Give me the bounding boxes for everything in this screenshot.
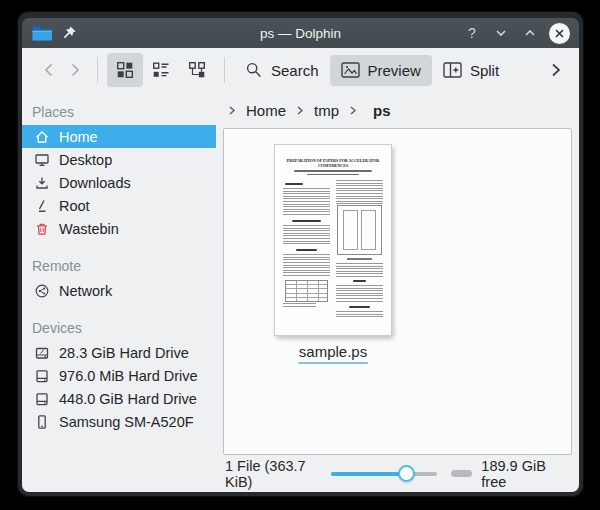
search-button[interactable]: Search — [234, 54, 330, 86]
slider-handle[interactable] — [398, 465, 415, 482]
section-header-remote[interactable]: Remote — [22, 252, 223, 279]
main-area: Places Home Desktop — [22, 92, 579, 492]
breadcrumb-item-home[interactable]: Home — [239, 100, 293, 121]
sidebar-item-downloads[interactable]: Downloads — [22, 171, 216, 194]
app-folder-icon[interactable] — [31, 24, 53, 42]
section-header-places[interactable]: Places — [22, 98, 223, 125]
smartphone-icon — [33, 413, 50, 430]
toolbar-separator — [224, 57, 225, 83]
sidebar-item-wastebin[interactable]: Wastebin — [22, 217, 216, 240]
preview-button[interactable]: Preview — [330, 55, 432, 86]
arrow-right-icon — [66, 61, 84, 79]
dolphin-window: ps — Dolphin ? — [17, 11, 584, 497]
close-icon — [554, 28, 565, 39]
window-inner: ps — Dolphin ? — [22, 18, 579, 492]
section-header-devices[interactable]: Devices — [22, 314, 223, 341]
search-icon — [245, 61, 263, 79]
breadcrumb-item-current[interactable]: ps — [366, 100, 398, 121]
statusbar: 1 File (363.7 KiB) 189.9 GiB free — [223, 455, 572, 492]
back-button[interactable] — [36, 55, 62, 85]
hard-drive-icon — [33, 367, 50, 384]
wastebin-icon — [33, 220, 50, 237]
downloads-icon — [33, 174, 50, 191]
sidebar-item-home[interactable]: Home — [22, 125, 216, 148]
chevron-right-icon — [348, 105, 358, 116]
sidebar-item-label: Downloads — [59, 175, 131, 191]
titlebar-controls: ? — [462, 23, 570, 44]
network-icon — [33, 282, 50, 299]
help-icon: ? — [468, 25, 476, 41]
maximize-button[interactable] — [520, 23, 540, 43]
pin-icon[interactable] — [61, 25, 77, 41]
file-item-sample-ps[interactable]: PREPARATION OF PAPERS FOR ACCELERATOR CO… — [258, 144, 408, 364]
titlebar[interactable]: ps — Dolphin ? — [22, 18, 579, 48]
sidebar-item-label: Wastebin — [59, 221, 119, 237]
disk-capacity-bar — [451, 470, 472, 477]
chevron-right-icon — [548, 61, 564, 79]
close-button[interactable] — [549, 23, 570, 44]
toolbar-separator — [97, 57, 98, 83]
sidebar-item-label: 28.3 GiB Hard Drive — [59, 345, 189, 361]
toolbar-overflow-button[interactable] — [543, 55, 569, 85]
zoom-slider[interactable] — [331, 465, 437, 483]
sidebar-item-label: Desktop — [59, 152, 112, 168]
toolbar: Search Preview — [22, 48, 579, 92]
thumbnail-author-line — [307, 174, 359, 175]
chevron-down-icon — [494, 26, 508, 40]
file-thumbnail: PREPARATION OF PAPERS FOR ACCELERATOR CO… — [274, 144, 392, 336]
desktop-icon — [33, 151, 50, 168]
preview-label: Preview — [368, 62, 421, 79]
thumbnail-figure — [337, 205, 382, 255]
details-view-icon — [152, 61, 170, 79]
details-view-button[interactable] — [143, 53, 179, 87]
forward-button[interactable] — [62, 55, 88, 85]
minimize-button[interactable] — [491, 23, 511, 43]
sidebar-item-label: Network — [59, 283, 112, 299]
sidebar-item-drive-976mib[interactable]: 976.0 MiB Hard Drive — [22, 364, 216, 387]
hard-drive-icon — [33, 344, 50, 361]
sidebar-item-root[interactable]: Root — [22, 194, 216, 217]
search-label: Search — [271, 62, 319, 79]
sidebar-item-label: 448.0 GiB Hard Drive — [59, 391, 197, 407]
section-gap — [22, 302, 223, 314]
thumbnail-author-line — [294, 170, 372, 171]
home-icon — [33, 128, 50, 145]
tree-view-button[interactable] — [179, 53, 215, 87]
tree-view-icon — [188, 61, 206, 79]
slider-fill — [331, 472, 401, 476]
thumbnail-table — [285, 280, 328, 302]
chevron-up-icon — [523, 26, 537, 40]
breadcrumb-item-tmp[interactable]: tmp — [307, 100, 346, 121]
section-gap — [22, 240, 223, 252]
file-name-label: sample.ps — [299, 343, 367, 360]
icons-view-icon — [116, 61, 134, 79]
sidebar-item-network[interactable]: Network — [22, 279, 216, 302]
status-summary: 1 File (363.7 KiB) — [225, 458, 331, 490]
sidebar-item-smartphone[interactable]: Samsung SM-A520F — [22, 410, 216, 433]
sidebar-item-desktop[interactable]: Desktop — [22, 148, 216, 171]
thumbnail-columns — [283, 180, 383, 328]
sidebar-item-drive-448gib[interactable]: 448.0 GiB Hard Drive — [22, 387, 216, 410]
sidebar-item-label: 976.0 MiB Hard Drive — [59, 368, 198, 384]
window-content: Search Preview — [22, 48, 579, 492]
sidebar-item-label: Root — [59, 198, 90, 214]
arrow-left-icon — [40, 61, 58, 79]
thumbnail-left-column — [283, 180, 330, 328]
root-folder-icon — [33, 197, 50, 214]
split-button[interactable]: Split — [432, 55, 510, 86]
sidebar-item-drive-28gib[interactable]: 28.3 GiB Hard Drive — [22, 341, 216, 364]
preview-image-icon — [341, 62, 360, 78]
help-button[interactable]: ? — [462, 23, 482, 43]
selection-underline — [298, 362, 368, 364]
split-label: Split — [470, 62, 499, 79]
split-view-icon — [443, 62, 462, 78]
folder-view[interactable]: PREPARATION OF PAPERS FOR ACCELERATOR CO… — [223, 128, 572, 455]
hard-drive-icon — [33, 390, 50, 407]
free-space-label: 189.9 GiB free — [481, 458, 570, 490]
sidebar-item-label: Home — [59, 129, 98, 145]
thumbnail-right-column — [336, 180, 383, 328]
thumbnail-paper-title: PREPARATION OF PAPERS FOR ACCELERATOR CO… — [286, 159, 380, 168]
breadcrumb: Home tmp ps — [223, 92, 572, 128]
folder-view-column: Home tmp ps — [223, 92, 572, 492]
icons-view-button[interactable] — [107, 53, 143, 87]
